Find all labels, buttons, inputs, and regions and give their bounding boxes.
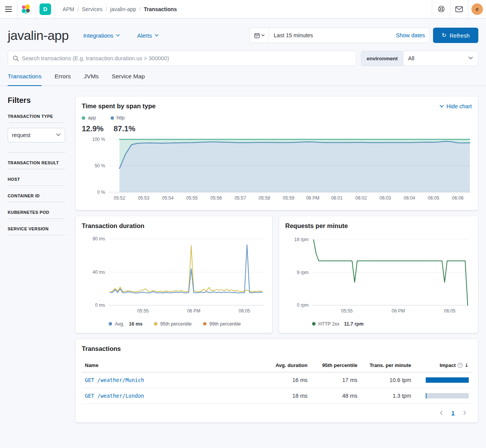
- legend-item-http[interactable]: http: [111, 115, 125, 121]
- svg-text:0 %: 0 %: [97, 190, 105, 195]
- divider: [55, 0, 55, 18]
- tab-transactions[interactable]: Transactions: [8, 73, 41, 86]
- duration-chart-title: Transaction duration: [82, 222, 266, 230]
- filters-title: Filters: [8, 96, 65, 105]
- divider: [8, 218, 65, 219]
- transaction-link-munich[interactable]: GET /weather/Munich: [85, 377, 144, 383]
- service-tabs: Transactions Errors JVMs Service Map: [0, 66, 486, 86]
- tab-jvms[interactable]: JVMs: [84, 73, 99, 86]
- legend-item-http-2xx[interactable]: HTTP 2xx 11.7 rpm: [312, 321, 364, 327]
- mail-icon: [455, 6, 463, 12]
- p95-cell: 17 ms: [309, 377, 359, 383]
- svg-text:50 %: 50 %: [95, 163, 106, 169]
- notifications-button[interactable]: [450, 0, 468, 18]
- svg-text:05:58: 05:58: [259, 195, 270, 201]
- menu-button[interactable]: [0, 0, 17, 18]
- next-page-button[interactable]: [462, 410, 467, 415]
- breadcrumb-apm[interactable]: APM: [63, 6, 74, 12]
- transaction-link-london[interactable]: GET /weather/London: [85, 393, 144, 399]
- avg-duration-cell: 18 ms: [263, 393, 309, 399]
- breadcrumb: APM / Services / javalin-app / Transacti…: [63, 6, 177, 12]
- tab-errors[interactable]: Errors: [55, 73, 71, 86]
- chevron-down-icon: [154, 33, 159, 38]
- svg-text:100 %: 100 %: [92, 137, 105, 142]
- divider: [8, 185, 65, 186]
- column-header-impact[interactable]: Impact ? ↓: [413, 362, 470, 368]
- space-selector[interactable]: D: [36, 0, 55, 18]
- svg-text:05:57: 05:57: [235, 195, 246, 201]
- column-header-tpm[interactable]: Trans. per minute: [359, 362, 413, 368]
- quick-select-button[interactable]: [250, 28, 269, 43]
- table-row: GET /weather/London 18 ms 48 ms 1.3 tpm: [82, 388, 472, 404]
- svg-text:05:54: 05:54: [162, 195, 174, 201]
- breadcrumb-separator: /: [139, 6, 141, 12]
- elastic-logo[interactable]: [17, 0, 36, 18]
- svg-text:40 ms: 40 ms: [93, 269, 105, 274]
- table-row: GET /weather/Munich 16 ms 17 ms 10.6 tpm: [82, 372, 472, 388]
- page-header: javalin-app Integrations Alerts: [0, 18, 486, 43]
- span-type-chart: 0 %50 %100 %05:5205:5305:5405:5505:5605:…: [82, 136, 472, 204]
- svg-text:05:56: 05:56: [210, 195, 222, 201]
- sort-descending-icon: ↓: [465, 362, 469, 368]
- breadcrumb-services[interactable]: Services: [82, 6, 102, 12]
- divider: [8, 202, 65, 202]
- chevron-down-icon: [56, 132, 61, 137]
- page-number[interactable]: 1: [451, 410, 455, 416]
- svg-text:05:55: 05:55: [137, 308, 149, 314]
- filter-label-transaction-result: TRANSACTION RESULT: [8, 160, 65, 165]
- column-header-avg-duration[interactable]: Avg. duration: [263, 362, 309, 368]
- tpm-cell: 1.3 tpm: [359, 393, 413, 399]
- legend-dot-95th: [154, 322, 157, 326]
- environment-label: environment: [361, 51, 403, 66]
- rpm-chart-legend: HTTP 2xx 11.7 rpm: [312, 321, 472, 327]
- time-controls: Last 15 minutes Show dates ↻ Refresh: [250, 28, 478, 43]
- search-box: [8, 51, 356, 66]
- alerts-menu[interactable]: Alerts: [137, 32, 159, 39]
- date-range-value[interactable]: Last 15 minutes: [269, 32, 391, 38]
- hide-chart-link[interactable]: Hide chart: [439, 103, 472, 109]
- svg-text:06:05: 06:05: [428, 195, 439, 201]
- elastic-logo-icon: [21, 4, 31, 14]
- transaction-type-select[interactable]: request: [8, 128, 65, 142]
- integrations-menu[interactable]: Integrations: [83, 32, 120, 39]
- tab-service-map[interactable]: Service Map: [112, 73, 145, 86]
- svg-text:05:52: 05:52: [114, 195, 125, 201]
- span-percentages: 12.9% 87.1%: [82, 124, 472, 133]
- svg-text:18 rpm: 18 rpm: [294, 237, 309, 242]
- tpm-cell: 10.6 tpm: [359, 377, 413, 383]
- http-percentage: 87.1%: [114, 124, 136, 133]
- column-header-95th-percentile[interactable]: 95th percentile: [309, 362, 359, 368]
- span-chart-legend: app http: [82, 115, 472, 121]
- divider: [8, 152, 65, 153]
- legend-item-95th[interactable]: 95th percentile: [154, 321, 192, 327]
- environment-value: All: [403, 51, 478, 66]
- environment-select[interactable]: environment All: [361, 51, 478, 66]
- legend-item-99th[interactable]: 99th percentile: [203, 321, 241, 327]
- space-badge: D: [40, 3, 51, 15]
- legend-dot-99th: [203, 322, 207, 326]
- search-transactions-input[interactable]: [22, 55, 351, 61]
- legend-item-app[interactable]: app: [82, 115, 96, 121]
- help-button[interactable]: [432, 0, 450, 18]
- legend-item-avg[interactable]: Avg. 16 ms: [109, 321, 142, 327]
- column-header-name[interactable]: Name: [83, 362, 263, 368]
- topbar-actions: e: [432, 0, 486, 18]
- pagination: 1: [82, 410, 472, 416]
- rpm-chart-title: Requests per minute: [285, 222, 472, 230]
- svg-text:06:04: 06:04: [403, 195, 415, 201]
- impact-help-icon[interactable]: ?: [458, 363, 463, 368]
- divider: [8, 235, 65, 235]
- refresh-button[interactable]: ↻ Refresh: [433, 28, 478, 43]
- svg-text:06 PM: 06 PM: [187, 308, 200, 314]
- show-dates-link[interactable]: Show dates: [391, 32, 430, 38]
- table-header-row: Name Avg. duration 95th percentile Trans…: [82, 359, 472, 372]
- duration-chart-legend: Avg. 16 ms 95th percentile 99th percenti…: [109, 321, 266, 327]
- help-lifebuoy-icon: [438, 5, 445, 13]
- app-percentage: 12.9%: [82, 124, 104, 133]
- avatar: e: [471, 3, 483, 15]
- breadcrumb-service-name[interactable]: javalin-app: [110, 6, 136, 12]
- previous-page-button[interactable]: [439, 410, 444, 415]
- transaction-duration-chart: 0 ms40 ms80 ms05:5506 PM06:05: [82, 233, 266, 318]
- breadcrumb-separator: /: [106, 6, 107, 12]
- user-menu-button[interactable]: e: [468, 0, 486, 18]
